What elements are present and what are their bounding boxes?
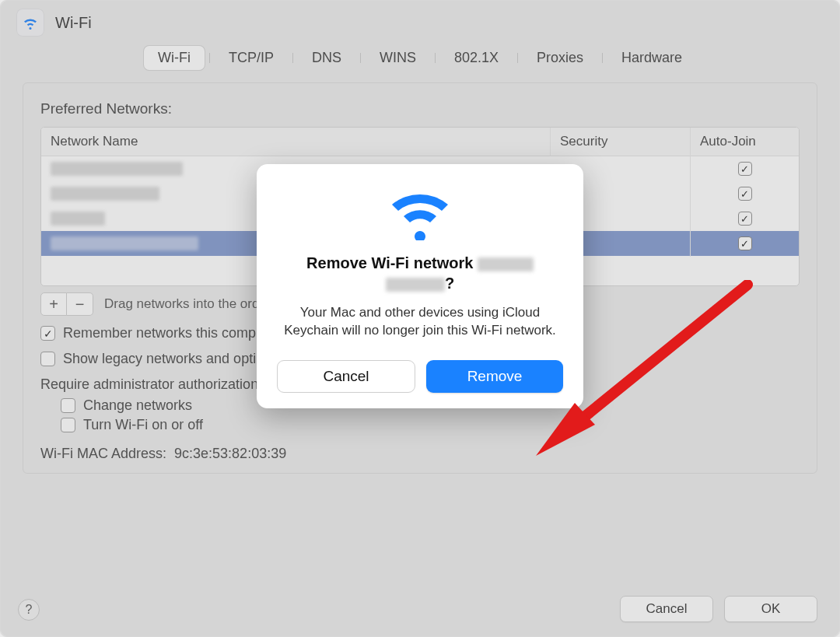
dialog-remove-button[interactable]: Remove	[426, 360, 563, 393]
remove-network-dialog: Remove Wi-Fi network ? Your Mac and othe…	[257, 164, 583, 408]
dialog-body: Your Mac and other devices using iCloud …	[277, 304, 563, 340]
wifi-icon	[384, 184, 456, 240]
dialog-cancel-button[interactable]: Cancel	[277, 360, 415, 393]
dialog-title: Remove Wi-Fi network ?	[277, 253, 563, 293]
